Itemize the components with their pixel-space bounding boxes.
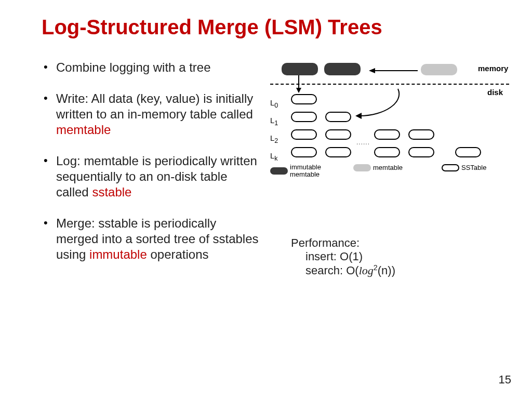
legend-swatch (442, 164, 459, 171)
bullet-text: operations (147, 247, 209, 261)
body-columns: Combine logging with a tree Write: All d… (42, 60, 501, 278)
svg-marker-4 (355, 113, 362, 119)
lsm-diagram: memory disk L0 L1 (270, 60, 509, 195)
legend-label: memtable (373, 164, 403, 171)
level-label-l0: L0 (270, 98, 278, 109)
bullet-item: Log: memtable is periodically written se… (42, 153, 260, 200)
level-label-l2: L2 (270, 134, 278, 144)
legend-label: SSTable (461, 164, 486, 171)
svg-marker-3 (296, 88, 301, 93)
bullet-text: Log: memtable is periodically written se… (56, 154, 257, 199)
immutable-memtable-shape (324, 63, 361, 75)
memory-disk-divider (270, 84, 509, 85)
compaction-arrow-icon (348, 87, 410, 123)
right-column: memory disk L0 L1 (270, 60, 509, 278)
keyword-memtable: memtable (56, 123, 111, 137)
bullet-text: Write: All data (key, value) is initiall… (56, 91, 253, 121)
page-number: 15 (499, 373, 511, 387)
legend-swatch (353, 164, 371, 171)
legend-swatch (270, 167, 288, 175)
legend-immutable-memtable: immutable memtable (270, 164, 321, 178)
sstable-shape (291, 112, 317, 122)
svg-marker-1 (369, 68, 375, 73)
arrow-down-icon (295, 75, 302, 93)
performance-search: search: O(log2(n)) (305, 263, 395, 277)
sstable-shape (325, 129, 351, 140)
level-label-l1: L1 (270, 116, 278, 127)
sstable-shape (291, 94, 317, 104)
bullet-item: Merge: sstable is periodically merged in… (42, 216, 260, 262)
legend-label: immutable (290, 164, 321, 171)
disk-label: disk (487, 88, 503, 97)
legend-label: memtable (290, 171, 321, 178)
arrow-left-icon (369, 67, 419, 74)
sstable-shape (408, 147, 434, 157)
sstable-shape (455, 147, 481, 157)
bullet-text: Combine logging with a tree (56, 60, 211, 74)
keyword-immutable: immutable (89, 247, 147, 261)
performance-insert: insert: O(1) (305, 250, 395, 263)
legend-memtable: memtable (353, 164, 403, 171)
legend-sstable: SSTable (442, 164, 486, 171)
bullet-item: Write: All data (key, value) is initiall… (42, 91, 260, 138)
sstable-shape (374, 129, 400, 140)
level-label-lk: Lk (270, 151, 278, 162)
performance-block: Performance: insert: O(1) search: O(log2… (291, 236, 395, 277)
memory-label: memory (478, 64, 508, 73)
left-column: Combine logging with a tree Write: All d… (42, 60, 260, 278)
bullet-list: Combine logging with a tree Write: All d… (42, 60, 260, 262)
sstable-shape (325, 147, 351, 157)
immutable-memtable-shape (282, 63, 318, 75)
sstable-shape (291, 147, 317, 157)
sstable-shape (291, 129, 317, 140)
keyword-sstable: sstable (92, 185, 131, 199)
bullet-item: Combine logging with a tree (42, 60, 260, 75)
performance-header: Performance: (291, 236, 395, 250)
sstable-shape (408, 129, 434, 140)
sstable-shape (325, 112, 351, 122)
ellipsis: ...... (356, 139, 370, 146)
slide-title: Log-Structured Merge (LSM) Trees (42, 16, 501, 39)
slide: Log-Structured Merge (LSM) Trees Combine… (0, 0, 532, 278)
memtable-shape (421, 64, 457, 75)
sstable-shape (374, 147, 400, 157)
